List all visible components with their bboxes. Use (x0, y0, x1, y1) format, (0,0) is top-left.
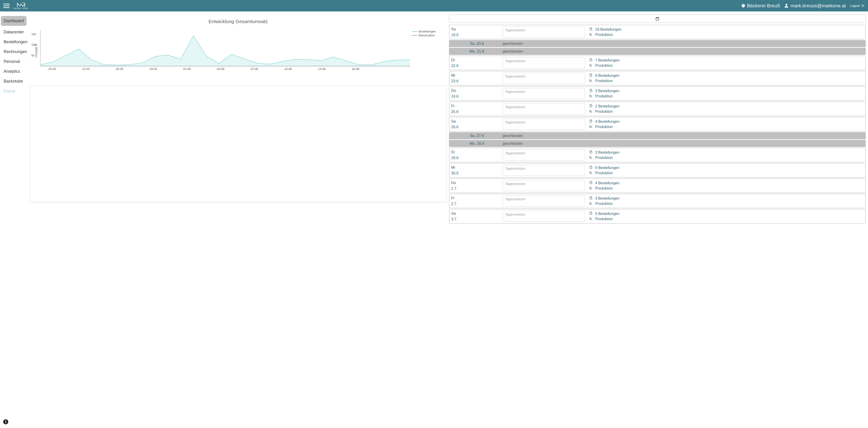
production-link[interactable]: Produktion (589, 125, 864, 129)
day-datenum: 22.6 (451, 64, 503, 68)
sidebar-item-datacenter[interactable]: Datacenter (0, 27, 27, 37)
chart-xtick: 10-06 (284, 67, 292, 71)
orders-link[interactable]: 8 Bestellungen (589, 73, 864, 78)
production-link[interactable]: Produktion (589, 32, 864, 37)
sidebar-item-backstube[interactable]: Backstube (0, 76, 27, 86)
day-row: Mo, 21.6geschlossen (449, 48, 866, 55)
day-weekday: Mi (451, 73, 503, 77)
day-row: Sa26.64 BestellungenProduktion (449, 117, 866, 131)
sidebar-item-rechnungen[interactable]: Rechnungen (0, 47, 27, 57)
day-weekday: Di (451, 58, 503, 62)
chart-xtick: 13-06 (318, 67, 326, 71)
orders-link[interactable]: 5 Bestellungen (589, 211, 864, 216)
legend-item[interactable]: Bestellungen (412, 30, 442, 33)
day-notes-input[interactable] (503, 73, 585, 84)
sidebar-item-dashboard[interactable]: Dashboard (1, 16, 27, 26)
day-date: Mo, 28.6 (451, 141, 503, 145)
day-datenum: 30.6 (451, 171, 503, 175)
info-button[interactable]: i (3, 419, 8, 424)
file-icon (589, 211, 593, 216)
orders-link[interactable]: 3 Bestellungen (589, 196, 864, 200)
day-row: Mi30.66 BestellungenProduktion (449, 163, 866, 178)
day-notes-input[interactable] (503, 88, 585, 99)
production-link[interactable]: Produktion (589, 79, 864, 83)
menu-toggle-button[interactable] (3, 4, 10, 8)
day-notes-input[interactable] (503, 165, 585, 176)
day-weekday: Fr (451, 196, 503, 200)
revenue-chart: Entwicklung Gesamtumsatz Umsatz € 5k10k1… (30, 19, 447, 72)
closed-label: geschlossen (503, 134, 585, 138)
day-weekday: Sa (451, 27, 503, 31)
day-notes-input[interactable] (503, 180, 585, 191)
logout-icon (862, 4, 865, 7)
user-menu[interactable]: mark.breuss@markone.at (784, 3, 846, 8)
bar-chart-icon (589, 171, 593, 175)
sidebar-item-bestellungen[interactable]: Bestellungen (0, 37, 27, 47)
sidebar-item-personal[interactable]: Personal (0, 57, 27, 67)
orders-link[interactable]: 4 Bestellungen (589, 181, 864, 185)
production-link[interactable]: Produktion (589, 186, 864, 191)
legend-swatch (412, 31, 417, 32)
sidebar-item-analytics[interactable]: Analytics (0, 67, 27, 76)
file-icon (589, 119, 593, 124)
orders-count: 18 Bestellungen (595, 27, 622, 32)
orders-link[interactable]: 2 Bestellungen (589, 104, 864, 108)
day-date: So, 27.6 (451, 134, 503, 138)
chart-xtick: 16-06 (352, 67, 359, 71)
day-date: Sa3.7 (451, 211, 503, 222)
day-notes-input[interactable] (503, 103, 585, 114)
day-weekday: Sa (451, 119, 503, 124)
production-link[interactable]: Produktion (589, 63, 864, 68)
day-date: Do1.7 (451, 180, 503, 191)
day-datenum: 25.6 (451, 109, 503, 114)
day-notes-input[interactable] (503, 119, 585, 130)
orders-link[interactable]: 4 Bestellungen (589, 119, 864, 124)
chart-xtick: 07-06 (251, 67, 258, 71)
sidebar-item-kassa[interactable]: Kassa (0, 86, 27, 96)
file-icon (589, 104, 593, 108)
orders-link[interactable]: 3 Bestellungen (589, 150, 864, 155)
orders-count: 5 Bestellungen (595, 212, 620, 216)
brand-logo[interactable]: MARK.ONE (14, 2, 28, 10)
day-row: Do1.74 BestellungenProduktion (449, 178, 866, 193)
day-date: Mi23.6 (451, 73, 503, 84)
day-datenum: 29.6 (451, 156, 503, 160)
production-link[interactable]: Produktion (589, 171, 864, 175)
topbar: MARK.ONE Bäckerei Breuß mark.breuss@mark… (0, 0, 868, 11)
orders-link[interactable]: 7 Bestellungen (589, 58, 864, 62)
day-datenum: 26.6 (451, 125, 503, 129)
sidebar: DashboardDatacenterBestellungenRechnunge… (0, 11, 27, 428)
company-settings-link[interactable]: Bäckerei Breuß (741, 3, 780, 8)
user-email: mark.breuss@markone.at (790, 3, 846, 8)
file-icon (589, 73, 593, 78)
day-notes-input[interactable] (503, 150, 585, 161)
production-label: Produktion (595, 33, 613, 37)
production-link[interactable]: Produktion (589, 156, 864, 160)
production-link[interactable]: Produktion (589, 217, 864, 221)
orders-link[interactable]: 18 Bestellungen (589, 27, 864, 32)
day-weekday: Mi (451, 165, 503, 170)
orders-link[interactable]: 3 Bestellungen (589, 89, 864, 93)
production-label: Produktion (595, 186, 613, 191)
chart-plot-area[interactable]: 5k10k15k (40, 30, 410, 66)
day-notes-input[interactable] (503, 196, 585, 206)
chart-ytick: 5k (31, 54, 34, 57)
day-date: Mo, 21.6 (451, 49, 503, 54)
orders-link[interactable]: 6 Bestellungen (589, 166, 864, 170)
production-link[interactable]: Produktion (589, 201, 864, 206)
day-weekday: Sa (451, 211, 503, 216)
day-notes-input[interactable] (503, 211, 585, 222)
production-link[interactable]: Produktion (589, 109, 864, 113)
bar-chart-icon (589, 156, 593, 160)
orders-count: 3 Bestellungen (595, 89, 620, 93)
day-datenum: 19.6 (451, 33, 503, 37)
day-notes-input[interactable] (503, 27, 585, 37)
calendar-picker-button[interactable] (449, 14, 866, 23)
chart-xtick: 20-05 (48, 67, 56, 71)
legend-item[interactable]: Barumsätze (412, 34, 442, 37)
production-link[interactable]: Produktion (589, 94, 864, 98)
day-notes-input[interactable] (503, 57, 585, 68)
day-weekday: Do (451, 89, 503, 93)
logout-button[interactable]: Logout (850, 4, 865, 7)
day-row: Di29.63 BestellungenProduktion (449, 148, 866, 162)
